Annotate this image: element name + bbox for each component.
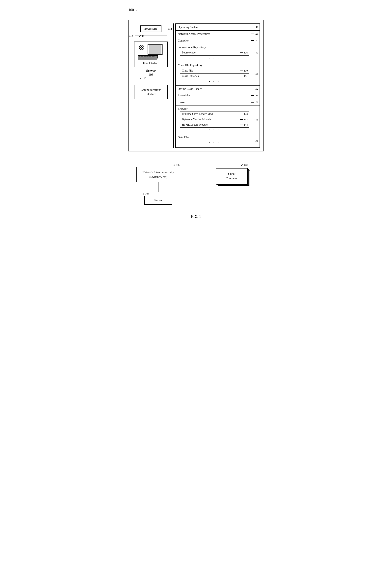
ref-130: 130	[240, 68, 249, 73]
ref-106-label: ↙ 106	[173, 163, 180, 167]
stack-cell-ocl: Offline Class Loader	[176, 86, 250, 92]
source-code-cell: Source code	[180, 50, 240, 56]
rcl-row: Runtime Class Loader Mod. 140	[180, 112, 249, 117]
server-number: 108	[148, 73, 154, 77]
client-box: ClientComputer	[216, 168, 248, 184]
server-ui-box: User Interface	[134, 42, 168, 67]
bvm-cell: Bytecode Verifier Module	[180, 117, 240, 122]
class-lib-cell: Class Libraries	[180, 74, 240, 79]
df-sub-box: • • •	[180, 140, 249, 146]
bottom-section: ↙ 106 Network Interconnectivity(Switches…	[128, 151, 264, 205]
server-small-label: Server	[154, 199, 162, 202]
svg-rect-25	[153, 58, 154, 59]
vert-line-down	[196, 151, 196, 163]
svg-rect-18	[142, 58, 143, 59]
ref-140: 140	[240, 112, 249, 117]
stack-row-cfr: Class File Repository Class File 130 Cla…	[176, 62, 260, 86]
ref-131: 131	[240, 74, 249, 79]
svg-rect-11	[147, 56, 148, 57]
svg-rect-19	[144, 58, 145, 59]
stack-row-scr: Source Code Repository Source code 126 •…	[176, 44, 260, 62]
svg-point-1	[140, 47, 142, 49]
stack-row-browser: Browser Runtime Class Loader Mod. 140 By…	[176, 106, 260, 134]
svg-rect-15	[153, 56, 154, 57]
html-cell: HTML Loader Module	[180, 122, 240, 127]
ref-120: 120	[250, 31, 260, 37]
processor-area: Processor(s) 112	[132, 26, 170, 32]
client-area: ↙ 102 ClientComputer	[214, 163, 258, 184]
svg-rect-14	[152, 56, 153, 57]
class-file-cell: Class File	[180, 68, 240, 73]
svg-rect-3	[149, 45, 162, 54]
class-file-row: Class File 130	[180, 68, 249, 74]
ref-118: 118	[250, 24, 260, 31]
stack-cell-os: Operating System	[176, 24, 250, 31]
svg-rect-23	[150, 58, 151, 59]
bottom-left: ↙ 106 Network Interconnectivity(Switches…	[134, 163, 182, 205]
ref-128: 128	[250, 62, 260, 86]
cfr-container: Class File Repository Class File 130 Cla…	[176, 62, 250, 86]
ref-146: 146	[250, 134, 260, 148]
main-box-inner: Processor(s) 112 110 ↙ 114	[132, 24, 260, 148]
source-code-row: Source code 126	[180, 50, 249, 56]
rcl-cell: Runtime Class Loader Mod.	[180, 112, 240, 117]
html-row: HTML Loader Module 144	[180, 122, 249, 128]
horiz-line-connector	[184, 175, 212, 175]
ref-134: 134	[250, 92, 260, 99]
scr-sub-box: Source code 126 • • •	[180, 50, 249, 61]
processor-label: Processor(s)	[144, 27, 158, 30]
vert-line-1	[151, 32, 151, 36]
col-divider	[173, 24, 174, 148]
fig-caption-area: FIG. 1	[191, 215, 201, 219]
cfr-dots: • • •	[180, 79, 249, 84]
stack-row-df: Data Files • • • 146	[176, 134, 260, 148]
comm-area: ↙ 116 CommunicationsInterface	[134, 81, 168, 99]
stack-row-linker: Linker 136	[176, 99, 260, 106]
svg-rect-21	[146, 58, 148, 59]
processor-box: Processor(s)	[140, 26, 162, 32]
ref-126: 126	[240, 50, 249, 56]
stack-row-nap: Network Access Procedures 120	[176, 31, 260, 37]
stack-row-asm: Assembler 134	[176, 92, 260, 99]
right-column: Operating System 118 Network Access Proc…	[175, 24, 260, 148]
ref-124: 124	[250, 44, 260, 62]
client-label: ClientComputer	[226, 172, 238, 181]
svg-rect-13	[150, 56, 151, 57]
page-container: 100 ↙ Processor(s) 112	[126, 8, 266, 219]
browser-container: Browser Runtime Class Loader Mod. 140 By…	[176, 106, 250, 134]
bottom-diagram-row: ↙ 106 Network Interconnectivity(Switches…	[128, 163, 264, 205]
ref-136: 136	[250, 99, 260, 106]
svg-rect-9	[144, 56, 145, 57]
cfr-sub-box: Class File 130 Class Libraries 131 • • •	[180, 68, 249, 84]
svg-rect-17	[140, 58, 142, 59]
stack-row-os: Operating System 118	[176, 24, 260, 31]
fig-caption: FIG. 1	[191, 215, 201, 219]
svg-rect-16	[138, 58, 140, 59]
ref-142: 142	[240, 117, 249, 122]
stack-cell-asm: Assembler	[176, 92, 250, 99]
fig-label-area: 100 ↙	[126, 8, 266, 14]
cfr-label: Class File Repository	[176, 62, 250, 68]
comm-label: CommunicationsInterface	[141, 88, 161, 96]
network-box: Network Interconnectivity(Switches, etc)	[136, 167, 180, 182]
svg-rect-12	[148, 56, 150, 57]
stack-row-compiler: Compiler 122	[176, 37, 260, 44]
ref-132: 132	[250, 86, 260, 92]
label-110: 110	[129, 34, 138, 37]
svg-rect-22	[148, 58, 150, 59]
ui-label: User Interface	[143, 62, 159, 65]
svg-rect-8	[142, 56, 144, 57]
stack-cell-linker: Linker	[176, 99, 250, 106]
browser-sub-box: Runtime Class Loader Mod. 140 Bytecode V…	[180, 111, 249, 133]
top-vert-connector	[128, 151, 264, 163]
scr-dots: • • •	[180, 56, 249, 61]
df-label: Data Files	[176, 134, 250, 140]
computer-svg	[138, 44, 164, 61]
svg-rect-7	[140, 56, 142, 57]
server-bold-label: Server	[146, 69, 156, 73]
svg-rect-6	[139, 56, 140, 57]
scr-label: Source Code Repository	[176, 44, 250, 49]
main-server-box: Processor(s) 112 110 ↙ 114	[128, 20, 264, 151]
class-lib-row: Class Libraries 131	[180, 74, 249, 79]
ref-102-label: ↙ 102	[241, 163, 248, 167]
